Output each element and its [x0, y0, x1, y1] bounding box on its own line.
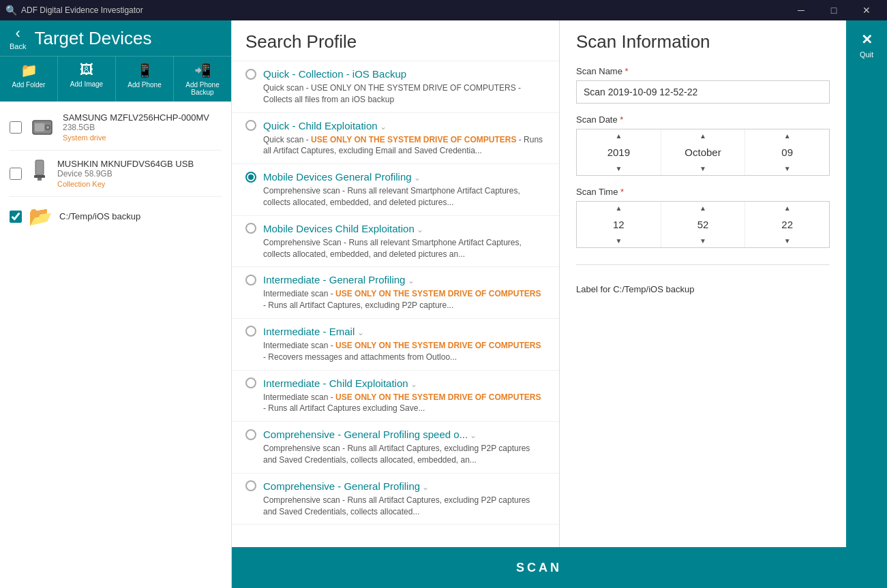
hour-down-button[interactable]: ▼	[577, 234, 661, 247]
profile-radio-mobile-child[interactable]	[245, 223, 256, 234]
profile-desc-comprehensive-general-speed: Comprehensive scan - Runs all Artifact C…	[245, 443, 545, 466]
image-icon: 🖼	[80, 62, 93, 78]
profile-radio-comprehensive-general-speed[interactable]	[245, 429, 256, 440]
app-title: ADF Digital Evidence Investigator	[21, 5, 143, 15]
phone-icon: 📱	[136, 62, 153, 78]
add-folder-button[interactable]: 📁 Add Folder	[0, 57, 58, 102]
quit-x-icon: ✕	[861, 31, 873, 48]
device-checkbox-mushkin[interactable]	[10, 168, 22, 180]
svg-point-3	[46, 126, 49, 129]
folder-checkbox-ios[interactable]	[10, 211, 22, 223]
device-label-mushkin: Collection Key	[57, 180, 222, 188]
hour-value: 12	[598, 215, 639, 234]
device-name-samsung: SAMSUNG MZFLV256HCHP-000MV	[63, 112, 222, 123]
maximize-button[interactable]: □	[819, 0, 849, 20]
profile-radio-intermediate-general[interactable]	[245, 275, 256, 285]
profile-radio-comprehensive-general[interactable]	[245, 480, 256, 491]
scan-time-group: Scan Time * ▲ 12 ▼ ▲ 52 ▼	[576, 187, 830, 248]
label-section: Label for C:/Temp/iOS backup	[576, 284, 830, 298]
month-value: October	[672, 142, 734, 162]
quit-label: Quit	[860, 50, 873, 59]
device-item-samsung: SAMSUNG MZFLV256HCHP-000MV 238.5GB Syste…	[0, 107, 231, 147]
add-image-label: Add Image	[70, 80, 103, 88]
second-down-button[interactable]: ▼	[745, 234, 829, 247]
device-checkbox-samsung[interactable]	[10, 121, 22, 134]
second-up-button[interactable]: ▲	[745, 202, 829, 215]
profile-chevron-mobile-child: ⌄	[415, 225, 423, 234]
add-phone-backup-button[interactable]: 📲 Add Phone Backup	[174, 57, 231, 102]
folder-name-ios: C:/Temp/iOS backup	[59, 211, 140, 221]
profile-desc-quick-ios: Quick scan - USE ONLY ON THE SYSTEM DRIV…	[245, 82, 545, 106]
scan-button[interactable]: SCAN	[232, 547, 846, 588]
back-label: Back	[10, 42, 26, 50]
quit-button[interactable]: ✕ Quit	[854, 26, 879, 64]
minute-up-button[interactable]: ▲	[661, 202, 745, 215]
profile-radio-intermediate-email[interactable]	[245, 326, 256, 337]
second-spinner: ▲ 22 ▼	[745, 202, 829, 247]
profile-chevron-comprehensive-general: ⌄	[420, 482, 429, 492]
device-list: SAMSUNG MZFLV256HCHP-000MV 238.5GB Syste…	[0, 102, 231, 588]
profile-item-comprehensive-general[interactable]: Comprehensive - General Profiling ⌄Compr…	[232, 474, 559, 525]
scan-name-input[interactable]	[576, 80, 830, 104]
hour-spinner: ▲ 12 ▼	[577, 202, 661, 247]
profile-desc-intermediate-email: Intermediate scan - USE ONLY ON THE SYST…	[245, 340, 545, 363]
profile-item-quick-child[interactable]: Quick - Child Exploitation ⌄Quick scan -…	[232, 113, 559, 165]
add-folder-label: Add Folder	[12, 81, 46, 89]
profile-item-intermediate-child[interactable]: Intermediate - Child Exploitation ⌄Inter…	[232, 371, 559, 422]
hour-up-button[interactable]: ▲	[577, 202, 661, 215]
add-image-button[interactable]: 🖼 Add Image	[58, 57, 116, 102]
bottom-bar: SCAN	[232, 547, 846, 588]
minute-down-button[interactable]: ▼	[661, 234, 745, 247]
profile-radio-mobile-general[interactable]	[245, 172, 256, 183]
svg-rect-4	[35, 160, 44, 175]
profile-name-mobile-general: Mobile Devices General Profiling ⌄	[263, 171, 421, 183]
device-size-mushkin: Device 58.9GB	[57, 169, 222, 179]
year-down-button[interactable]: ▼	[577, 162, 661, 175]
svg-rect-1	[35, 123, 44, 131]
folder-icon-ios: 📂	[29, 205, 52, 228]
profile-item-mobile-child[interactable]: Mobile Devices Child Exploitation ⌄Compr…	[232, 216, 559, 268]
profile-item-intermediate-email[interactable]: Intermediate - Email ⌄Intermediate scan …	[232, 319, 559, 371]
minute-value: 52	[682, 215, 723, 234]
sidebar-toolbar: 📁 Add Folder 🖼 Add Image 📱 Add Phone 📲 A…	[0, 56, 231, 102]
profile-radio-quick-child[interactable]	[245, 120, 256, 131]
year-up-button[interactable]: ▲	[577, 129, 661, 142]
profile-radio-quick-ios[interactable]	[245, 69, 256, 80]
scan-date-group: Scan Date * ▲ 2019 ▼ ▲ October ▼	[576, 114, 830, 176]
year-value: 2019	[598, 142, 639, 162]
scan-date-label: Scan Date *	[576, 114, 830, 125]
scan-info-title: Scan Information	[576, 31, 830, 52]
device-name-mushkin: MUSHKIN MKNUFDVS64GB USB	[57, 159, 222, 169]
profile-desc-mobile-general: Comprehensive scan - Runs all relevant S…	[245, 185, 545, 208]
minimize-button[interactable]: ─	[786, 0, 816, 20]
profile-chevron-mobile-general: ⌄	[412, 173, 421, 183]
profile-item-intermediate-general[interactable]: Intermediate - General Profiling ⌄Interm…	[232, 267, 559, 319]
svg-rect-6	[34, 175, 45, 178]
main-panels: Search Profile Quick - Collection - iOS …	[232, 20, 846, 547]
add-phone-button[interactable]: 📱 Add Phone	[116, 57, 174, 102]
profile-radio-intermediate-child[interactable]	[245, 377, 256, 388]
scan-date-spinners: ▲ 2019 ▼ ▲ October ▼ ▲ 09 ▼	[576, 129, 830, 176]
profile-desc-intermediate-child: Intermediate scan - USE ONLY ON THE SYST…	[245, 392, 545, 415]
sidebar-title: Target Devices	[34, 28, 151, 49]
profile-item-comprehensive-general-speed[interactable]: Comprehensive - General Profiling speed …	[232, 422, 559, 474]
month-down-button[interactable]: ▼	[661, 162, 745, 175]
day-down-button[interactable]: ▼	[745, 162, 829, 175]
profile-desc-comprehensive-general: Comprehensive scan - Runs all Artifact C…	[245, 495, 545, 518]
scan-name-label: Scan Name *	[576, 66, 830, 76]
month-up-button[interactable]: ▲	[661, 129, 745, 142]
add-phone-label: Add Phone	[127, 81, 162, 89]
profile-item-mobile-general[interactable]: Mobile Devices General Profiling ⌄Compre…	[232, 164, 559, 216]
scan-time-label: Scan Time *	[576, 187, 830, 197]
phone-backup-icon: 📲	[194, 62, 211, 78]
profile-item-quick-ios[interactable]: Quick - Collection - iOS BackupQuick sca…	[232, 61, 559, 113]
device-label-samsung: System drive	[63, 134, 222, 142]
device-item-mushkin: MUSHKIN MKNUFDVS64GB USB Device 58.9GB C…	[0, 153, 231, 194]
back-button[interactable]: ‹ Back	[10, 26, 26, 50]
profile-desc-mobile-child: Comprehensive Scan - Runs all relevant S…	[245, 237, 545, 260]
profile-chevron-intermediate-email: ⌄	[355, 328, 363, 337]
profile-name-intermediate-email: Intermediate - Email ⌄	[263, 326, 364, 337]
close-button[interactable]: ✕	[852, 0, 882, 20]
day-up-button[interactable]: ▲	[745, 129, 829, 142]
profile-name-intermediate-general: Intermediate - General Profiling ⌄	[263, 274, 415, 285]
